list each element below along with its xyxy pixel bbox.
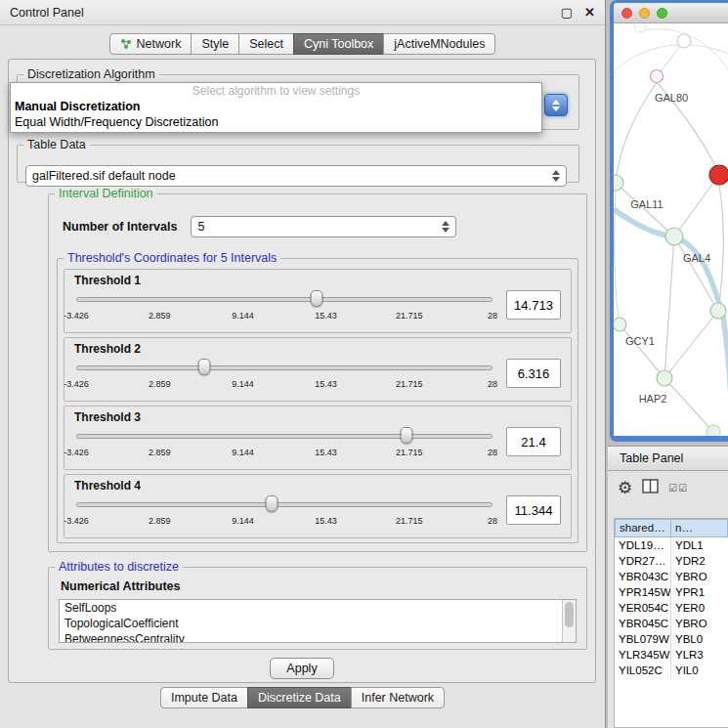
combo-down-arrow-icon — [552, 107, 560, 111]
table-row[interactable]: YDR27…YDR2 — [615, 553, 728, 569]
slider-thumb[interactable] — [266, 495, 278, 512]
network-canvas[interactable]: GAL80 GAL11 GAL4 GCY1 HAP2 — [614, 23, 728, 436]
network-node[interactable] — [707, 425, 720, 439]
threshold-value-field[interactable] — [506, 290, 561, 320]
top-tabbar: Network Style Select Cyni Toolbox jActiv… — [0, 33, 605, 55]
algorithm-combo-button[interactable] — [544, 94, 568, 116]
slider-track[interactable] — [76, 365, 492, 370]
tick-label: 21.715 — [396, 311, 423, 321]
tab-impute-data[interactable]: Impute Data — [160, 687, 248, 708]
cell-name: YDL1 — [671, 537, 728, 553]
tab-network[interactable]: Network — [109, 33, 193, 55]
select-columns-icon[interactable]: ☑☑ — [668, 483, 688, 493]
node-label-gcy1: GCY1 — [625, 335, 655, 347]
table-data-combo[interactable]: galFiltered.sif default node — [25, 165, 567, 187]
network-node-gal4[interactable] — [665, 228, 683, 245]
cell-shared-name: YDR27… — [615, 553, 671, 569]
apply-button[interactable]: Apply — [270, 658, 334, 679]
window-zoom-button[interactable] — [657, 8, 667, 19]
threshold-panel-1: Threshold 1 -3.426 2.859 9.144 — [64, 269, 572, 333]
threshold-value-field[interactable] — [506, 359, 561, 388]
table-row[interactable]: YER054CYER0 — [615, 600, 728, 616]
column-header-name[interactable]: n… — [670, 519, 728, 537]
attribute-list-item[interactable]: BetweennessCentrality — [60, 631, 576, 643]
numerical-attributes-list[interactable]: SelfLoops TopologicalCoefficient Between… — [59, 599, 577, 643]
node-label-hap2: HAP2 — [639, 393, 667, 405]
tick-label: 2.859 — [149, 379, 171, 389]
table-row[interactable]: YPR145WYPR1 — [615, 584, 728, 600]
attribute-list-item[interactable]: SelfLoops — [60, 600, 576, 616]
network-node[interactable] — [710, 303, 726, 319]
columns-icon[interactable] — [642, 479, 659, 497]
slider-track[interactable] — [76, 502, 492, 507]
tick-label: 15.43 — [315, 448, 337, 457]
attribute-list-item[interactable]: TopologicalCoefficient — [60, 616, 576, 631]
tick-label: 21.715 — [396, 516, 423, 526]
tick-label: 21.715 — [396, 379, 423, 389]
tick-label: 2.859 — [149, 311, 171, 321]
close-icon[interactable]: ✕ — [584, 6, 595, 19]
table-row[interactable]: YDL19…YDL1 — [615, 537, 728, 553]
tick-label: 15.43 — [315, 379, 337, 389]
slider-track[interactable] — [76, 434, 492, 439]
slider-thumb[interactable] — [198, 359, 211, 375]
slider-thumb[interactable] — [311, 290, 323, 307]
slider-track[interactable] — [76, 297, 492, 302]
slider-ticks: -3.426 2.859 9.144 15.43 21.715 28 — [76, 448, 492, 459]
network-node-gcy1[interactable] — [614, 318, 626, 331]
number-of-intervals-value: 5 — [197, 220, 436, 234]
threshold-slider[interactable]: -3.426 2.859 9.144 15.43 21.715 28 — [74, 426, 494, 463]
network-node[interactable] — [677, 34, 691, 48]
table-row[interactable]: YBR043CYBRO — [615, 569, 728, 584]
tick-label: -3.426 — [64, 448, 89, 457]
group-attributes-to-discretize: Attributes to discretize Numerical Attri… — [48, 560, 587, 650]
gear-icon[interactable]: ⚙ — [618, 480, 632, 496]
float-window-icon[interactable]: ▢ — [561, 6, 573, 19]
column-header-shared-name[interactable]: shared… — [615, 519, 671, 537]
attributes-scrollbar-thumb[interactable] — [565, 602, 574, 627]
algorithm-dropdown-popup: Select algorithm to view settings Manual… — [10, 82, 542, 133]
screen: Control Panel ▢ ✕ Net — [0, 0, 728, 728]
table-row[interactable]: YBL079WYBL0 — [615, 631, 728, 647]
threshold-slider[interactable]: -3.426 2.859 9.144 15.43 21.715 28 — [74, 289, 494, 326]
tick-label: 28 — [488, 516, 497, 526]
threshold-value-field[interactable] — [506, 427, 561, 456]
tab-cyni-toolbox[interactable]: Cyni Toolbox — [293, 33, 384, 55]
threshold-label: Threshold 4 — [74, 479, 561, 492]
tab-infer-network-label: Infer Network — [362, 691, 434, 705]
number-of-intervals-combo[interactable]: 5 — [191, 216, 456, 237]
attributes-scrollbar[interactable] — [562, 600, 576, 642]
network-node-hap2[interactable] — [657, 370, 672, 386]
tab-style[interactable]: Style — [191, 33, 239, 55]
network-node[interactable] — [634, 23, 646, 32]
tab-cyni-toolbox-label: Cyni Toolbox — [304, 37, 373, 51]
tab-infer-network[interactable]: Infer Network — [351, 687, 445, 708]
node-label-gal80: GAL80 — [655, 92, 688, 104]
table-row[interactable]: YBR045CYBRO — [615, 616, 728, 631]
slider-thumb[interactable] — [400, 427, 412, 444]
tab-discretize-data[interactable]: Discretize Data — [247, 687, 352, 708]
window-minimize-button[interactable] — [639, 8, 650, 19]
group-attributes-title: Attributes to discretize — [55, 560, 183, 574]
tick-label: 9.144 — [232, 379, 254, 389]
tab-select[interactable]: Select — [238, 33, 294, 55]
combo-arrows-icon — [442, 221, 450, 233]
tick-label: 28 — [488, 311, 497, 321]
table-row[interactable]: YLR345WYLR3 — [615, 647, 728, 663]
tick-label: -3.426 — [64, 516, 89, 526]
algorithm-option-manual-discretization[interactable]: Manual Discretization — [11, 99, 541, 114]
threshold-slider[interactable]: -3.426 2.859 9.144 15.43 21.715 28 — [74, 494, 494, 532]
network-node-selected-red[interactable] — [709, 165, 728, 185]
slider-ticks: -3.426 2.859 9.144 15.43 21.715 28 — [76, 379, 492, 391]
threshold-slider[interactable]: -3.426 2.859 9.144 15.43 21.715 28 — [74, 358, 494, 395]
table-row[interactable]: YIL052CYIL0 — [615, 663, 728, 678]
table-panel-toolbar: ⚙ ☑☑ — [618, 479, 688, 497]
window-close-button[interactable] — [621, 8, 632, 19]
network-node-gal11[interactable] — [614, 175, 623, 191]
tab-jactivemnodules-label: jActiveMNodules — [394, 37, 485, 51]
tab-jactivemnodules[interactable]: jActiveMNodules — [383, 33, 495, 55]
algorithm-option-equal-width-frequency[interactable]: Equal Width/Frequency Discretization — [11, 114, 541, 130]
network-node-gal80[interactable] — [651, 70, 664, 83]
threshold-value-field[interactable] — [506, 495, 561, 525]
tick-label: 9.144 — [232, 516, 254, 526]
